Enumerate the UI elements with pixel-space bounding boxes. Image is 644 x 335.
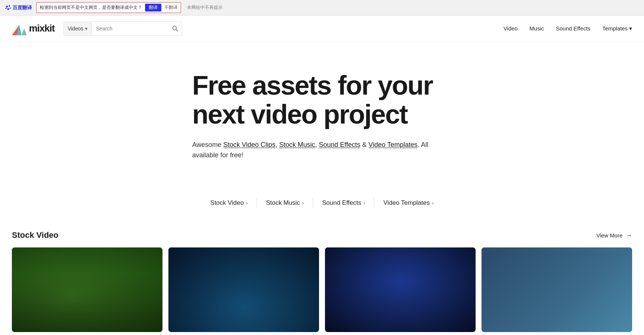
search-icon [172,26,178,32]
sound-effects-link[interactable]: Sound Effects [319,141,361,148]
nav-links: Video Music Sound Effects Templates ▾ [503,25,632,32]
search-input[interactable] [92,22,168,35]
search-area: Videos ▾ [63,22,182,36]
svg-point-2 [10,7,11,9]
arrow-right-icon: → [625,231,632,239]
chevron-down-icon: ▾ [85,26,88,32]
category-separator-2 [313,198,313,208]
category-separator-3 [374,198,374,208]
svg-point-3 [7,8,9,10]
no-translate-button[interactable]: 不翻译 [164,4,178,11]
video-card[interactable] [482,247,632,332]
baidu-logo: 百度翻译 [4,4,32,12]
templates-chevron-icon: ▾ [629,25,632,32]
logo[interactable]: mixkit [12,22,55,35]
category-video-templates-label: Video Templates [383,199,430,207]
translation-bar: 百度翻译 检测到当前网页不是中文网页，是否要翻译成中文？ 翻译 不翻译 本网站中… [0,0,644,16]
video-card[interactable] [325,247,476,332]
video-card[interactable] [12,247,162,332]
hero-title: Free assets for your next video project [192,71,452,129]
category-stock-video-chevron: › [246,200,248,206]
video-card[interactable] [168,247,319,332]
notice-text: 检测到当前网页不是中文网页，是否要翻译成中文？ [40,4,142,11]
hero-section: Free assets for your next video project … [0,42,644,183]
category-stock-music[interactable]: Stock Music › [266,198,304,208]
nav-music[interactable]: Music [529,25,544,32]
category-separator-1 [257,198,257,208]
video-templates-link[interactable]: Video Templates [368,141,417,148]
category-stock-music-chevron: › [302,200,304,206]
nav-sound-effects[interactable]: Sound Effects [556,25,591,32]
section-header: Stock Video View More → [12,230,632,240]
baidu-label: 百度翻译 [13,4,32,11]
svg-point-4 [6,8,7,9]
category-nav: Stock Video › Stock Music › Sound Effect… [0,183,644,223]
svg-point-0 [6,6,8,7]
category-video-templates-chevron: › [432,200,434,206]
category-stock-music-label: Stock Music [266,199,300,207]
logo-icon [12,22,27,35]
svg-point-1 [9,5,10,6]
comma1: , [275,141,279,148]
nav-video[interactable]: Video [503,25,518,32]
header: mixkit Videos ▾ Video Music Sound Effect… [0,16,644,42]
comma2: , [315,141,319,148]
view-more-label: View More [596,232,622,239]
translate-button[interactable]: 翻译 [145,4,161,12]
search-button[interactable] [168,22,182,35]
category-sound-effects[interactable]: Sound Effects › [322,198,365,208]
search-dropdown-label: Videos [68,26,83,32]
category-stock-video-label: Stock Video [210,199,244,207]
logo-text: mixkit [29,23,55,34]
baidu-icon [4,4,12,12]
ampersand: & [360,141,368,148]
stock-music-link[interactable]: Stock Music [279,141,315,148]
subtitle-prefix: Awesome [192,141,223,148]
category-sound-effects-label: Sound Effects [322,199,361,207]
section-title: Stock Video [12,230,59,240]
view-more-link[interactable]: View More → [596,231,632,239]
dismiss-text: 本网站中不再提示 [187,4,223,11]
nav-templates[interactable]: Templates ▾ [602,25,632,32]
svg-line-10 [176,29,178,31]
stock-video-clips-link[interactable]: Stock Video Clips [223,141,276,148]
category-video-templates[interactable]: Video Templates › [383,198,434,208]
search-dropdown[interactable]: Videos ▾ [64,22,92,35]
stock-video-section: Stock Video View More → [0,223,644,335]
category-sound-effects-chevron: › [364,200,365,206]
svg-marker-8 [22,29,27,35]
hero-subtitle: Awesome Stock Video Clips, Stock Music, … [192,139,452,161]
category-stock-video[interactable]: Stock Video › [210,198,248,208]
translation-notice: 检测到当前网页不是中文网页，是否要翻译成中文？ 翻译 不翻译 [36,2,181,13]
templates-label: Templates [602,25,628,32]
video-grid [12,247,632,332]
